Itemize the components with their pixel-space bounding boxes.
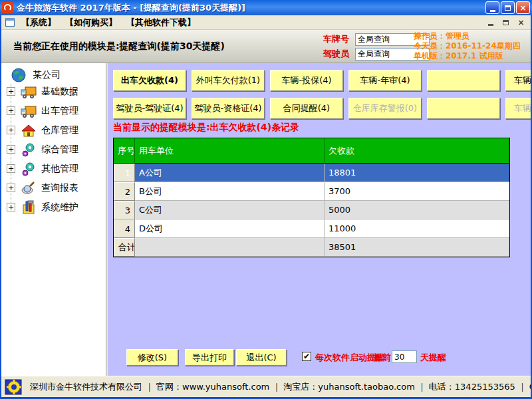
gear-logo-icon: [5, 378, 25, 396]
column-header-unit: 用车单位: [135, 138, 325, 164]
date-info: 今天是：2016-11-24星期四: [414, 41, 521, 51]
reminder-button-vehicle-clipped[interactable]: 车辆-: [505, 70, 531, 91]
tree-item-label: 仓库管理: [41, 124, 78, 136]
row-number: 1: [114, 164, 135, 182]
total-amount-cell: 38501: [325, 238, 509, 257]
startup-reminder-checkbox[interactable]: ✔: [302, 352, 311, 361]
tree-item-label: 其他管理: [41, 163, 78, 175]
tree-item-reports[interactable]: + 查询报表: [1, 178, 106, 198]
expand-icon[interactable]: +: [7, 203, 15, 211]
globe-icon: [10, 67, 27, 83]
mdi-minimize-button[interactable]: [485, 17, 496, 27]
tree-item-other-mgmt[interactable]: + 其他管理: [1, 159, 106, 178]
window-left-edge: [0, 15, 1, 397]
expand-icon[interactable]: +: [7, 106, 15, 115]
unit-cell: A公司: [135, 164, 325, 182]
export-print-button[interactable]: 导出打印: [185, 349, 234, 366]
reminder-buttons-row-2: 驾驶员-驾驶证(4) 驾驶员-资格证(4) 合同提醒(4) 仓库库存警报(0) …: [113, 98, 531, 119]
table-total-row: 合计 38501: [114, 238, 509, 257]
total-label: 合计: [114, 238, 135, 257]
main-body: 某公司 + 基础数据 +: [1, 63, 531, 376]
reminder-button-vehicle-inspection[interactable]: 车辆-年审(4): [348, 70, 422, 91]
tree-item-label: 出车管理: [41, 105, 78, 117]
advance-days-input[interactable]: [392, 350, 417, 363]
tree-item-dispatch[interactable]: + 出车管理: [1, 101, 106, 120]
header-strip: 当前您正在使用的模块是:提醒查询(提前30天提醒) 车牌号 驾驶员 操作员：管理…: [1, 30, 531, 63]
expand-icon[interactable]: +: [7, 164, 15, 173]
tree-item-system-maintenance[interactable]: + 系统维护: [1, 198, 106, 217]
table-row[interactable]: 2 B公司 3700: [114, 182, 509, 201]
close-button[interactable]: ×: [516, 1, 530, 14]
current-reminder-module-text: 当前显示的提醒模块是:出车欠收款(4)条记录: [113, 122, 299, 134]
menu-bar: 【系统】 【如何购买】 【其他软件下载】 ×: [1, 15, 531, 30]
title-bar: 金牛旅游车软件 2017年版本 - [提醒查询(提前30天提醒)] ×: [0, 0, 532, 15]
unit-cell: D公司: [135, 219, 325, 238]
reminder-button-blank[interactable]: [427, 98, 500, 119]
row-number: 3: [114, 201, 135, 219]
window-title: 金牛旅游车软件 2017年版本 - [提醒查询(提前30天提醒)]: [17, 2, 485, 14]
menu-how-to-buy[interactable]: 【如何购买】: [65, 17, 117, 29]
reminder-buttons-row-1: 出车欠收款(4) 外叫车欠付款(1) 车辆-投保(4) 车辆-年审(4) 车辆-: [113, 70, 531, 91]
unit-cell: C公司: [135, 201, 325, 219]
expand-icon[interactable]: +: [7, 184, 15, 192]
gears-icon: [20, 142, 37, 158]
operator-info: 操作员：管理员: [414, 31, 521, 41]
reminder-button-dispatch-receivable[interactable]: 出车欠收款(4): [113, 70, 186, 91]
column-header-amount: 欠收款: [325, 138, 509, 164]
content-area: 出车欠收款(4) 外叫车欠付款(1) 车辆-投保(4) 车辆-年审(4) 车辆-…: [108, 63, 531, 376]
tree-item-base-data[interactable]: + 基础数据: [1, 82, 106, 101]
house-icon: [20, 122, 37, 138]
tools-icon: [20, 200, 37, 215]
expand-icon[interactable]: +: [7, 126, 15, 134]
menu-system[interactable]: 【系统】: [21, 17, 56, 29]
mdi-document-icon: [5, 18, 15, 27]
exit-button[interactable]: 退出(C): [236, 349, 287, 366]
mdi-restore-button[interactable]: [500, 17, 511, 27]
total-unit-cell: [135, 238, 325, 257]
restore-button[interactable]: [501, 1, 515, 14]
tree-item-general-mgmt[interactable]: + 综合管理: [1, 140, 106, 159]
column-header-no: 序号: [114, 138, 135, 164]
reminder-button-blank[interactable]: [427, 70, 500, 91]
reminder-button-external-payable[interactable]: 外叫车欠付款(1): [192, 70, 265, 91]
status-bar-text: 深圳市金牛软件技术有限公司 ｜ 官网：www.yuhansoft.com ｜ 淘…: [30, 381, 531, 393]
magnifier-icon: [20, 180, 37, 196]
truck-icon: [20, 84, 37, 100]
amount-cell: 3700: [325, 182, 509, 201]
amount-cell: 11000: [325, 219, 509, 238]
table-row[interactable]: 3 C公司 5000: [114, 201, 509, 219]
expand-icon[interactable]: +: [7, 87, 15, 96]
table-row[interactable]: 1 A公司 18801: [114, 164, 509, 182]
amount-cell: 5000: [325, 201, 509, 219]
current-module-text: 当前您正在使用的模块是:提醒查询(提前30天提醒): [13, 41, 225, 53]
app-logo-icon: [2, 2, 13, 13]
minimize-button[interactable]: [485, 1, 499, 14]
reminder-button-stock-alert[interactable]: 仓库库存警报(0): [348, 98, 422, 119]
reminder-button-driver-certificate[interactable]: 驾驶员-资格证(4): [192, 98, 265, 119]
menu-other-downloads[interactable]: 【其他软件下载】: [126, 17, 196, 29]
status-bar: 深圳市金牛软件技术有限公司 ｜ 官网：www.yuhansoft.com ｜ 淘…: [1, 376, 531, 397]
modify-button[interactable]: 修改(S): [126, 349, 178, 366]
expand-icon[interactable]: +: [7, 145, 15, 154]
reminder-button-vehicle-insurance[interactable]: 车辆-投保(4): [270, 70, 343, 91]
amount-cell: 18801: [325, 164, 509, 182]
navigation-tree: 某公司 + 基础数据 +: [1, 63, 106, 376]
version-info: 单机版：2017.1 试用版: [414, 51, 521, 61]
days-suffix-label: 天提醒: [420, 352, 446, 364]
tree-item-label: 综合管理: [41, 144, 78, 156]
row-number: 4: [114, 219, 135, 238]
reminder-button-vehicle-clipped[interactable]: 车辆-: [505, 98, 531, 119]
tree-item-label: 基础数据: [41, 86, 78, 98]
driver-label: 驾驶员: [323, 48, 355, 60]
reminder-button-driver-license[interactable]: 驾驶员-驾驶证(4): [113, 98, 186, 119]
tree-item-warehouse[interactable]: + 仓库管理: [1, 120, 106, 140]
table-row[interactable]: 4 D公司 11000: [114, 219, 509, 238]
app-window: 金牛旅游车软件 2017年版本 - [提醒查询(提前30天提醒)] × 【系统】…: [0, 0, 532, 399]
footer-controls: 修改(S) 导出打印 退出(C) ✔ 每次软件启动提醒 提前 天提醒: [108, 349, 531, 372]
unit-cell: B公司: [135, 182, 325, 201]
reminder-button-contract[interactable]: 合同提醒(4): [270, 98, 343, 119]
session-info: 操作员：管理员 今天是：2016-11-24星期四 单机版：2017.1 试用版: [414, 31, 521, 61]
mdi-close-button[interactable]: ×: [515, 17, 527, 27]
tree-root-label: 某公司: [33, 69, 61, 81]
tree-item-label: 系统维护: [41, 201, 78, 213]
